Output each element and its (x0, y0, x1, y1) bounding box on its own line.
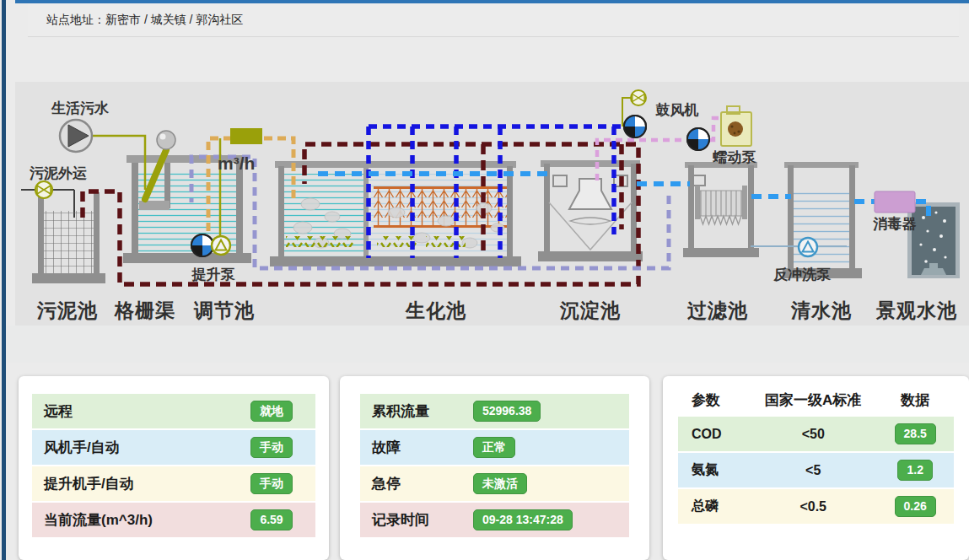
disinfector-icon (875, 191, 915, 213)
parameter-standard: <50 (750, 427, 876, 442)
row-label: 提升机手/自动 (32, 474, 228, 493)
table-row: 氨氮 <5 1.2 (678, 453, 954, 487)
value-badge: 0.26 (895, 496, 936, 517)
water-quality-panel: 参数 国家一级A标准 数据 COD <50 28.5 氨氮 <5 1.2 总磷 … (663, 376, 969, 560)
table-row: COD <50 28.5 (678, 417, 954, 451)
flow-meter-icon (230, 128, 262, 144)
sludge-transport-label: 污泥外运 (29, 165, 87, 181)
grille-channel-label: 格栅渠 (114, 299, 175, 321)
clean-water-tank-label: 清水池 (790, 299, 852, 321)
table-row: 急停 未激活 (360, 466, 629, 501)
sedimentation-tank-label: 沉淀池 (559, 299, 621, 321)
quality-header-row: 参数 国家一级A标准 数据 (678, 385, 954, 415)
blower-valve-icon (631, 90, 646, 105)
row-label: 累积流量 (360, 401, 473, 421)
sewage-pump-icon (60, 120, 92, 152)
parameter-standard: <0.5 (750, 499, 876, 514)
row-label: 远程 (32, 401, 228, 421)
row-label: 故障 (360, 438, 473, 457)
diagram-footer-band (6, 326, 969, 363)
sludge-tank-label: 污泥池 (36, 299, 98, 321)
parameter-standard: <5 (750, 463, 876, 478)
column-header: 数据 (876, 390, 954, 410)
dosing-fan-icon (687, 128, 709, 150)
control-panel: 远程 就地 风机手/自动 手动 提升机手/自动 手动 当前流量(m^3/h) 6… (19, 376, 329, 560)
value-badge: 28.5 (895, 423, 936, 444)
table-row: 风机手/自动 手动 (32, 430, 315, 465)
table-row: 故障 正常 (360, 430, 629, 465)
domestic-sewage-label: 生活污水 (51, 100, 110, 116)
column-header: 国家一级A标准 (750, 390, 876, 410)
lift-pump-icon (212, 236, 230, 255)
bio-tank-label: 生化池 (405, 299, 466, 321)
status-badge: 就地 (250, 401, 293, 422)
blower-fan-icon (624, 116, 646, 137)
table-row: 提升机手/自动 手动 (32, 466, 315, 501)
landscape-pond-label: 景观水池 (875, 299, 957, 321)
site-header: 站点地址：新密市 / 城关镇 / 郭沟社区 (28, 3, 959, 37)
table-row: 记录时间 09-28 13:47:28 (360, 503, 629, 537)
filter-tank-label: 过滤池 (687, 299, 748, 321)
process-diagram: 生活污水 污泥外运 m³/h 提升泵 鼓风机 蠕动泵 反冲洗泵 消毒器 污泥池 … (0, 82, 969, 363)
sludge-valve-icon (35, 181, 52, 198)
parameter-name: 总磷 (678, 498, 750, 515)
regulating-tank-label: 调节池 (193, 299, 255, 321)
lift-pump-label: 提升泵 (191, 267, 236, 283)
table-row: 累积流量 52996.38 (360, 394, 629, 428)
peristaltic-pump-label: 蠕动泵 (713, 149, 757, 165)
row-label: 急停 (360, 474, 473, 493)
backwash-pump-icon (799, 238, 817, 256)
flow-unit-label: m³/h (218, 153, 255, 173)
status-badge: 正常 (473, 437, 515, 458)
table-row: 总磷 <0.5 0.26 (678, 489, 954, 524)
status-badge: 52996.38 (473, 401, 541, 422)
status-badge: 09-28 13:47:28 (473, 509, 573, 530)
blower-label: 鼓风机 (655, 102, 699, 118)
dosing-jar-icon (721, 106, 751, 146)
parameter-name: 氨氮 (678, 461, 750, 479)
row-label: 当前流量(m^3/h) (32, 510, 228, 530)
backwash-pump-label: 反冲洗泵 (773, 267, 832, 283)
status-badge: 手动 (250, 473, 293, 494)
value-badge: 1.2 (897, 460, 932, 481)
parameter-name: COD (678, 427, 750, 442)
status-panel: 累积流量 52996.38 故障 正常 急停 未激活 记录时间 09-28 13… (340, 376, 649, 560)
filter-media (700, 191, 742, 216)
table-row: 当前流量(m^3/h) 6.59 (32, 503, 315, 537)
landscape-pond (907, 202, 960, 278)
disinfector-label: 消毒器 (873, 216, 917, 232)
table-row: 远程 就地 (32, 394, 315, 428)
status-badge: 未激活 (473, 473, 527, 494)
column-header: 参数 (678, 390, 750, 410)
air-diffusers (286, 236, 355, 247)
status-badge: 手动 (250, 437, 293, 458)
status-badge: 6.59 (250, 509, 292, 530)
row-label: 风机手/自动 (32, 438, 228, 457)
breadcrumb: 站点地址：新密市 / 城关镇 / 郭沟社区 (46, 13, 243, 28)
lift-fan-icon (191, 234, 213, 256)
row-label: 记录时间 (360, 510, 473, 530)
